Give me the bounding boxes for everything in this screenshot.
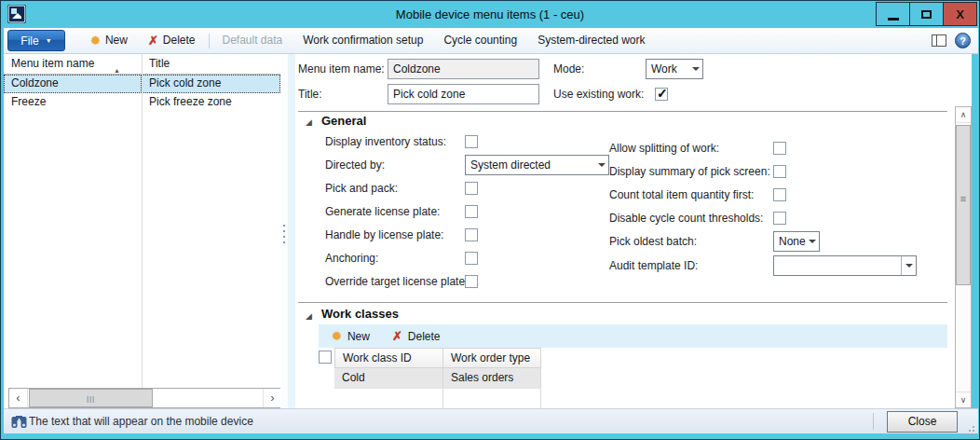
menu-item-name-input[interactable]: Coldzone xyxy=(388,59,539,79)
default-data-button: Default data xyxy=(212,28,293,53)
collapse-general-icon[interactable]: ◢ xyxy=(306,117,312,127)
minimize-button[interactable] xyxy=(876,2,910,26)
cycle-counting-label: Cycle counting xyxy=(443,28,517,53)
count-total-item-quantity-first-checkbox[interactable] xyxy=(773,188,786,201)
app-window: Mobile device menu items (1 - ceu) X Fil… xyxy=(0,0,980,440)
scroll-down-arrow-icon[interactable]: ∨ xyxy=(956,392,971,407)
mode-value: Work xyxy=(647,60,689,78)
chevron-down-icon xyxy=(901,256,916,275)
override-target-license-plate-checkbox[interactable] xyxy=(465,275,478,288)
toggle-pane-icon[interactable] xyxy=(932,34,946,47)
pick-oldest-batch-label: Pick oldest batch: xyxy=(609,231,697,252)
delete-button[interactable]: ✗ Delete xyxy=(138,28,206,53)
default-data-label: Default data xyxy=(223,28,283,53)
vertical-scrollbar[interactable]: ∧ ≡ ∨ xyxy=(955,106,972,408)
help-icon[interactable]: ? xyxy=(955,33,971,48)
display-summary-of-pick-screen-checkbox[interactable] xyxy=(773,165,786,178)
delete-x-icon: ✗ xyxy=(148,28,158,53)
general-section-title: General xyxy=(321,114,366,128)
collapse-work-classes-icon[interactable]: ◢ xyxy=(306,311,312,321)
statusbar-separator xyxy=(873,413,874,430)
column-header-menu-item-name[interactable]: Menu item name ▲ xyxy=(4,54,142,74)
pick-and-pack-checkbox[interactable] xyxy=(465,182,478,195)
allow-splitting-of-work-label: Allow splitting of work: xyxy=(609,138,719,158)
menu-item-name-field-label: Menu item name: xyxy=(298,59,385,79)
window-title: Mobile device menu items (1 - ceu) xyxy=(1,1,979,28)
cell-empty[interactable] xyxy=(334,389,443,408)
work-classes-grid: Work class ID Work order type Cold Sales… xyxy=(319,348,947,408)
chevron-down-icon: ▼ xyxy=(46,37,52,44)
handle-by-license-plate-checkbox[interactable] xyxy=(465,228,478,241)
disable-cycle-count-thresholds-label: Disable cycle count thresholds: xyxy=(609,208,763,228)
work-confirmation-setup-button[interactable]: Work confirmation setup xyxy=(293,28,433,53)
cell-menu-item-name[interactable]: Coldzone xyxy=(4,75,142,93)
horizontal-scrollbar[interactable]: ‹ ||| › xyxy=(8,388,280,408)
audit-template-id-select[interactable] xyxy=(773,255,917,276)
select-all-checkbox[interactable] xyxy=(319,351,332,364)
allow-splitting-of-work-checkbox[interactable] xyxy=(773,142,786,155)
anchoring-checkbox[interactable] xyxy=(465,252,478,265)
maximize-button[interactable] xyxy=(909,2,944,26)
statusbar: The text that will appear on the mobile … xyxy=(4,408,978,433)
system-directed-work-button[interactable]: System-directed work xyxy=(527,28,655,53)
mode-field-label: Mode: xyxy=(553,59,584,79)
use-existing-work-label: Use existing work: xyxy=(553,84,644,104)
cell-work-order-type[interactable]: Sales orders xyxy=(443,368,541,389)
section-divider xyxy=(298,302,947,303)
disable-cycle-count-thresholds-checkbox[interactable] xyxy=(773,212,786,225)
anchoring-label: Anchoring: xyxy=(325,248,378,268)
vertical-scrollbar-thumb[interactable]: ≡ xyxy=(956,125,971,285)
sort-ascending-icon: ▲ xyxy=(114,61,120,80)
count-total-item-quantity-first-label: Count total item quantity first: xyxy=(609,185,754,205)
use-existing-work-checkbox[interactable] xyxy=(655,88,668,101)
cell-menu-item-name[interactable]: Freeze xyxy=(4,93,142,112)
maximize-icon xyxy=(921,10,932,19)
scroll-left-arrow-icon[interactable]: ‹ xyxy=(9,389,28,407)
window-controls: X xyxy=(877,2,977,26)
work-classes-delete-button[interactable]: ✗ Delete xyxy=(392,329,441,343)
work-classes-header-row: Work class ID Work order type xyxy=(319,348,947,368)
menu-items-grid: Menu item name ▲ Title Coldzone Pick col… xyxy=(4,54,280,408)
generate-license-plate-checkbox[interactable] xyxy=(465,205,478,218)
display-inventory-status-checkbox[interactable] xyxy=(465,135,478,148)
override-target-license-plate-label: Override target license plate: xyxy=(325,271,468,292)
cell-empty[interactable] xyxy=(443,389,541,408)
horizontal-scrollbar-thumb[interactable]: ||| xyxy=(29,389,153,407)
title-header-label: Title xyxy=(149,57,170,70)
scroll-right-arrow-icon[interactable]: › xyxy=(263,389,280,407)
pick-oldest-batch-value: None xyxy=(774,232,806,251)
new-button[interactable]: ✹ New xyxy=(80,28,138,53)
chevron-down-icon xyxy=(595,163,608,167)
status-message: The text that will appear on the mobile … xyxy=(29,409,253,433)
pick-oldest-batch-select[interactable]: None xyxy=(773,231,820,252)
cell-work-class-id[interactable]: Cold xyxy=(334,368,443,389)
close-window-button[interactable]: X xyxy=(943,2,977,26)
title-input[interactable]: Pick cold zone xyxy=(388,84,539,104)
detail-panel: Menu item name: Coldzone Mode: Work Titl… xyxy=(288,54,972,408)
display-inventory-status-label: Display inventory status: xyxy=(325,131,446,152)
column-header-work-order-type[interactable]: Work order type xyxy=(442,348,541,368)
scroll-up-arrow-icon[interactable]: ∧ xyxy=(956,107,971,123)
resize-grip[interactable] xyxy=(965,426,974,435)
column-divider xyxy=(142,54,143,388)
mode-select[interactable]: Work xyxy=(646,59,703,79)
cell-title[interactable]: Pick cold zone xyxy=(142,75,280,93)
cell-title[interactable]: Pick freeze zone xyxy=(142,93,280,112)
file-menu-label: File xyxy=(20,34,38,48)
column-header-title[interactable]: Title xyxy=(142,54,280,74)
column-header-work-class-id[interactable]: Work class ID xyxy=(334,348,443,368)
chevron-down-icon xyxy=(689,67,702,71)
handle-by-license-plate-label: Handle by license plate: xyxy=(325,225,443,245)
close-button[interactable]: Close xyxy=(887,411,958,433)
directed-by-label: Directed by: xyxy=(325,155,385,175)
work-classes-new-button[interactable]: ✹ New xyxy=(332,329,370,343)
panel-splitter[interactable] xyxy=(280,54,288,408)
splitter-grip-icon xyxy=(283,225,285,227)
title-field-label: Title: xyxy=(298,84,322,104)
titlebar: Mobile device menu items (1 - ceu) X xyxy=(1,1,979,28)
directed-by-select[interactable]: System directed xyxy=(465,155,609,175)
work-classes-new-label: New xyxy=(347,330,370,343)
cycle-counting-button[interactable]: Cycle counting xyxy=(433,28,527,53)
work-confirmation-setup-label: Work confirmation setup xyxy=(303,28,423,53)
file-menu-button[interactable]: File ▼ xyxy=(7,30,65,51)
